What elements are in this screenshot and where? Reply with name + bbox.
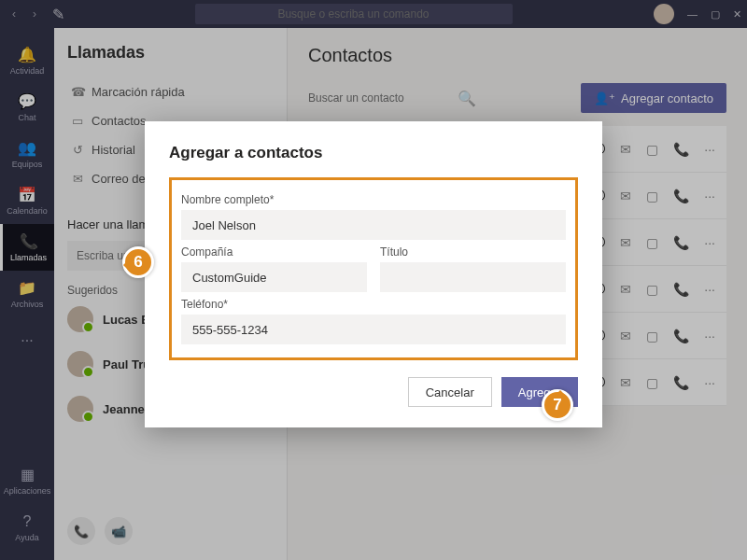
- title-input[interactable]: [380, 262, 566, 292]
- annotation-step-6: 6: [122, 246, 154, 278]
- company-input[interactable]: [181, 262, 367, 292]
- add-contact-modal: Agregar a contactos Nombre completo* Com…: [145, 121, 602, 427]
- form-highlight-box: Nombre completo* Compañía Título Teléfon…: [169, 177, 578, 360]
- fullname-label: Nombre completo*: [181, 193, 566, 206]
- fullname-input[interactable]: [181, 210, 566, 240]
- modal-title: Agregar a contactos: [169, 144, 578, 162]
- cancel-button[interactable]: Cancelar: [408, 377, 492, 407]
- modal-overlay: Agregar a contactos Nombre completo* Com…: [0, 0, 747, 560]
- phone-input[interactable]: [181, 315, 566, 344]
- company-label: Compañía: [181, 245, 367, 259]
- phone-label: Teléfono*: [181, 298, 566, 311]
- annotation-step-7: 7: [542, 389, 573, 421]
- title-label: Título: [380, 245, 566, 259]
